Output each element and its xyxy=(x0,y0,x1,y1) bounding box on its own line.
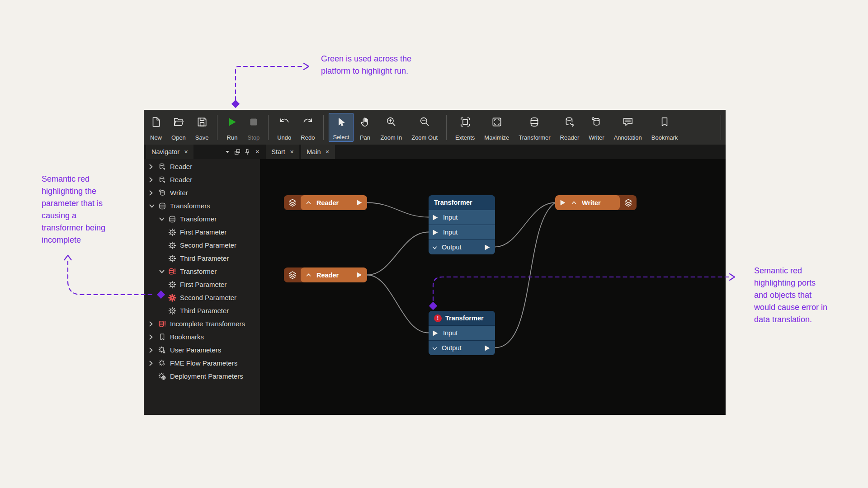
deployment-parameters-icon xyxy=(158,372,168,380)
input-port[interactable] xyxy=(432,214,439,221)
chevron-right-icon[interactable] xyxy=(149,177,158,183)
chevron-down-icon[interactable] xyxy=(222,145,232,159)
nav-item-bookmarks[interactable]: Bookmarks xyxy=(144,330,260,343)
wire-reader2-to-transformer2[interactable] xyxy=(367,275,429,333)
input-port[interactable] xyxy=(432,229,439,236)
nav-item-incomplete-transformers[interactable]: Incomplete Transformers xyxy=(144,317,260,330)
chevron-right-icon[interactable] xyxy=(149,347,158,353)
transformer-node-2-error[interactable]: ! Transformer Input Output xyxy=(429,311,495,355)
close-panel-icon[interactable]: ✕ xyxy=(252,145,262,159)
run-button[interactable]: Run xyxy=(222,113,241,142)
add-annotation-button[interactable]: Annotation xyxy=(610,113,646,142)
chevron-down-icon[interactable] xyxy=(159,217,168,221)
input-port-row[interactable]: Input xyxy=(429,210,495,225)
output-port[interactable] xyxy=(356,272,363,278)
nav-item-writer[interactable]: Writer xyxy=(144,186,260,199)
add-reader-button[interactable]: Reader xyxy=(557,113,583,142)
nav-item-label: Second Parameter xyxy=(178,294,236,301)
output-port[interactable] xyxy=(484,345,491,352)
input-port[interactable] xyxy=(560,199,566,206)
collapse-chevron-icon[interactable] xyxy=(306,273,311,277)
chevron-right-icon[interactable] xyxy=(149,361,158,366)
input-port[interactable] xyxy=(432,330,439,337)
undo-button[interactable]: Undo xyxy=(274,113,295,142)
collapse-chevron-icon[interactable] xyxy=(306,201,311,204)
chevron-down-icon[interactable] xyxy=(149,204,158,208)
pin-icon[interactable] xyxy=(242,145,252,159)
transformer-node-1[interactable]: Transformer Input Input Output xyxy=(429,195,495,254)
close-icon[interactable]: ✕ xyxy=(326,149,330,155)
nav-item-parameter[interactable]: First Parameter xyxy=(144,225,260,239)
gear-icon xyxy=(168,228,178,236)
button-label: Run xyxy=(227,134,238,141)
extents-button[interactable]: Extents xyxy=(452,113,478,142)
nav-item-label: Transformers xyxy=(168,202,210,210)
nav-item-fme-flow-parameters[interactable]: FME Flow Parameters xyxy=(144,357,260,370)
toolbar-separator xyxy=(217,115,217,140)
output-port-row[interactable]: Output xyxy=(429,239,495,254)
nav-item-transformers[interactable]: Transformers xyxy=(144,199,260,212)
close-icon[interactable]: ✕ xyxy=(184,149,188,155)
select-button[interactable]: Select xyxy=(329,113,353,142)
nav-item-reader[interactable]: Reader xyxy=(144,160,260,173)
button-label: Select xyxy=(333,134,349,141)
chevron-right-icon[interactable] xyxy=(149,164,158,169)
nav-item-user-parameters[interactable]: User Parameters xyxy=(144,343,260,357)
select-cursor-icon xyxy=(335,115,347,130)
bookmark-icon xyxy=(158,333,168,341)
wire-reader2-to-transformer1[interactable] xyxy=(367,232,429,275)
input-port-row[interactable]: Input xyxy=(429,325,495,340)
expand-chevron-icon[interactable] xyxy=(432,244,437,251)
open-button[interactable]: Open xyxy=(168,113,189,142)
reader-icon xyxy=(158,163,168,171)
add-writer-button[interactable]: Writer xyxy=(585,113,608,142)
nav-item-deployment-parameters[interactable]: Deployment Parameters xyxy=(144,370,260,383)
zoom-out-button[interactable]: Zoom Out xyxy=(408,113,441,142)
chevron-right-icon[interactable] xyxy=(149,334,158,340)
tab-main[interactable]: Main ✕ xyxy=(301,145,335,159)
output-port[interactable] xyxy=(484,244,491,251)
workflow-canvas[interactable]: Reader Reader Wr xyxy=(260,159,726,415)
stop-square-icon xyxy=(248,115,259,129)
transformer-header[interactable]: Transformer xyxy=(429,195,495,210)
new-button[interactable]: New xyxy=(146,113,165,142)
chevron-right-icon[interactable] xyxy=(149,190,158,196)
nav-item-parameter-error[interactable]: Second Parameter xyxy=(144,291,260,304)
save-button[interactable]: Save xyxy=(192,113,212,142)
add-transformer-button[interactable]: Transformer xyxy=(515,113,554,142)
annotation-text-parameter: Semantic red highlighting the parameter … xyxy=(42,173,105,246)
wire-reader1-to-transformer1[interactable] xyxy=(367,203,429,217)
tab-start[interactable]: Start ✕ xyxy=(266,145,299,159)
nav-item-incomplete-transformer[interactable]: Transformer xyxy=(144,265,260,278)
wire-transformer1-to-writer[interactable] xyxy=(495,203,555,247)
reader-icon xyxy=(158,176,168,184)
nav-item-label: Third Parameter xyxy=(178,254,229,262)
nav-item-parameter[interactable]: Second Parameter xyxy=(144,239,260,252)
writer-node[interactable]: Writer xyxy=(555,195,637,210)
output-port-row[interactable]: Output xyxy=(429,340,495,355)
add-bookmark-button[interactable]: Bookmark xyxy=(648,113,682,142)
chevron-down-icon[interactable] xyxy=(159,270,168,273)
close-icon[interactable]: ✕ xyxy=(290,149,294,155)
chevron-right-icon[interactable] xyxy=(149,321,158,327)
float-panel-icon[interactable] xyxy=(232,145,242,159)
nav-item-parameter[interactable]: First Parameter xyxy=(144,278,260,291)
nav-item-transformer[interactable]: Transformer xyxy=(144,212,260,225)
input-port-row[interactable]: Input xyxy=(429,225,495,239)
redo-button[interactable]: Redo xyxy=(297,113,318,142)
reader-node-2[interactable]: Reader xyxy=(284,267,367,282)
zoom-in-button[interactable]: Zoom In xyxy=(377,113,406,142)
stop-button[interactable]: Stop xyxy=(244,113,263,142)
reader-node-1[interactable]: Reader xyxy=(284,195,367,210)
maximize-button[interactable]: Maximize xyxy=(481,113,513,142)
tab-navigator[interactable]: Navigator ✕ xyxy=(146,145,193,159)
expand-chevron-icon[interactable] xyxy=(432,344,437,352)
nav-item-parameter[interactable]: Third Parameter xyxy=(144,304,260,317)
nav-item-parameter[interactable]: Third Parameter xyxy=(144,252,260,265)
output-port[interactable] xyxy=(356,199,363,206)
transformer-header[interactable]: ! Transformer xyxy=(429,311,495,325)
nav-item-label: FME Flow Parameters xyxy=(168,359,237,367)
pan-button[interactable]: Pan xyxy=(356,113,375,142)
nav-item-reader[interactable]: Reader xyxy=(144,173,260,186)
collapse-chevron-icon[interactable] xyxy=(571,201,576,204)
